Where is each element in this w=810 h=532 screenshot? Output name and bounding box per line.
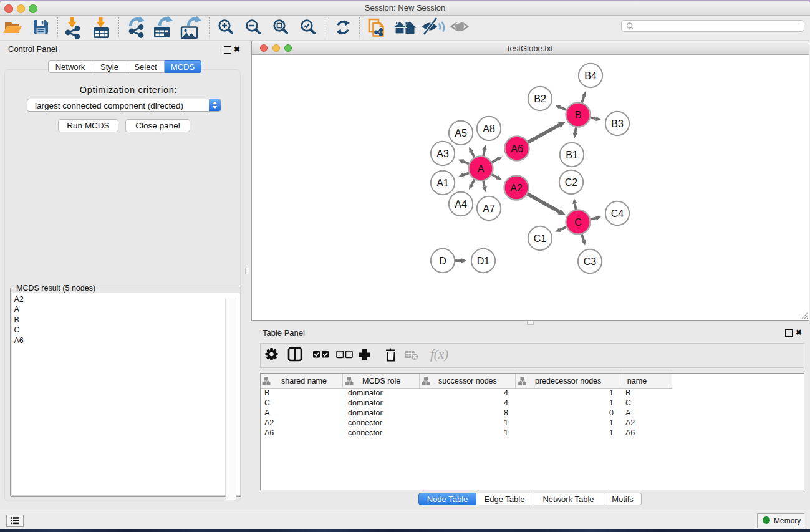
svg-text:A5: A5 [455,128,467,138]
svg-text:C4: C4 [611,208,624,219]
svg-text:A7: A7 [483,203,495,214]
svg-text:C2: C2 [565,177,578,188]
svg-text:C: C [574,217,582,228]
svg-text:C1: C1 [534,233,547,244]
svg-text:A4: A4 [455,199,467,210]
svg-text:f(x): f(x) [430,347,448,362]
svg-text:A8: A8 [483,123,495,134]
svg-text:B: B [575,110,582,120]
svg-text:B2: B2 [534,94,546,104]
svg-text:D: D [439,256,446,266]
svg-text:B3: B3 [611,118,624,129]
svg-text:C3: C3 [584,256,597,267]
svg-text:B1: B1 [566,150,578,160]
svg-text:A3: A3 [436,148,449,159]
svg-text:D1: D1 [477,256,490,266]
svg-text:B4: B4 [584,70,597,81]
svg-text:A1: A1 [436,178,449,188]
svg-text:A: A [478,163,485,174]
svg-text:A6: A6 [511,143,523,154]
svg-text:A2: A2 [510,183,523,193]
